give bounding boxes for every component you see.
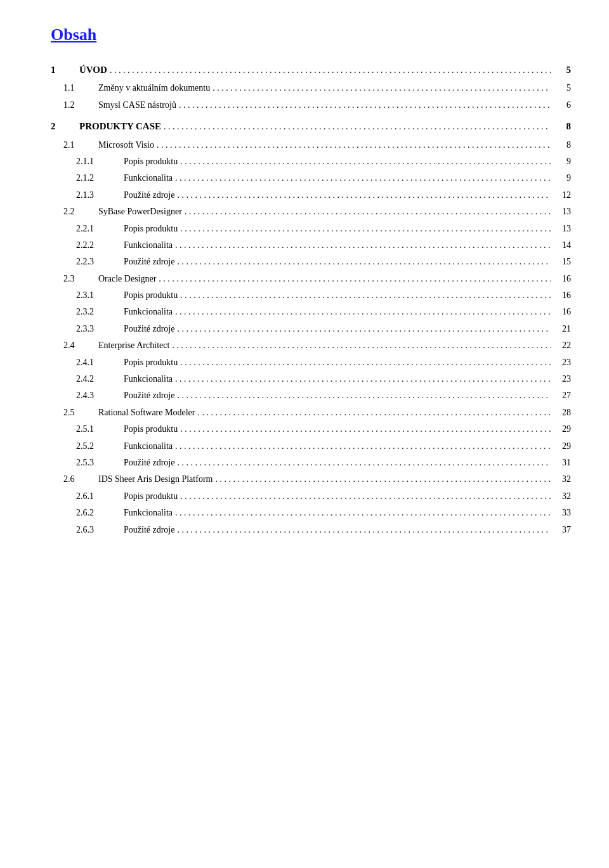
toc-page: 8 xyxy=(553,119,571,134)
toc-dots: . . . . . . . . . . . . . . . . . . . . … xyxy=(177,255,551,269)
toc-page: 32 xyxy=(553,489,571,503)
toc-page: 9 xyxy=(553,171,571,185)
toc-label: Funkcionalita xyxy=(124,171,173,185)
toc-entry-e4: 2PRODUKTY CASE . . . . . . . . . . . . .… xyxy=(51,119,571,134)
toc-dots: . . . . . . . . . . . . . . . . . . . . … xyxy=(172,339,551,353)
toc-number: 2.3 xyxy=(63,272,98,286)
toc-number: 2.2.1 xyxy=(76,222,124,236)
toc-entry-e22: 2.5.1Popis produktu . . . . . . . . . . … xyxy=(51,422,571,436)
toc-page: 27 xyxy=(553,389,571,403)
toc-number: 2.2.2 xyxy=(76,238,124,252)
toc-entry-e27: 2.6.2Funkcionalita . . . . . . . . . . .… xyxy=(51,506,571,520)
toc-label: Enterprise Architect xyxy=(98,339,169,353)
toc-page: 29 xyxy=(553,422,571,436)
toc-number: 2 xyxy=(51,119,79,134)
toc-dots: . . . . . . . . . . . . . . . . . . . . … xyxy=(197,406,551,420)
toc-page: 13 xyxy=(553,205,571,219)
toc-number: 1.2 xyxy=(63,98,98,112)
toc-dots: . . . . . . . . . . . . . . . . . . . . … xyxy=(157,138,551,152)
toc-page: 15 xyxy=(553,255,571,269)
toc-dots: . . . . . . . . . . . . . . . . . . . . … xyxy=(180,422,551,436)
toc-entry-e1: 1ÚVOD . . . . . . . . . . . . . . . . . … xyxy=(51,62,571,77)
toc-entry-e2: 1.1Změny v aktuálním dokumentu . . . . .… xyxy=(51,81,571,95)
toc-number: 2.4.3 xyxy=(76,389,124,403)
toc-label: Oracle Designer xyxy=(98,272,156,286)
toc-label: ÚVOD xyxy=(79,62,107,77)
toc-page: 33 xyxy=(553,506,571,520)
toc-page: 21 xyxy=(553,322,571,336)
toc-number: 2.6.3 xyxy=(76,523,124,537)
toc-dots: . . . . . . . . . . . . . . . . . . . . … xyxy=(213,81,551,95)
toc-label: Použité zdroje xyxy=(124,255,174,269)
toc-label: Smysl CASE nástrojů xyxy=(98,98,176,112)
toc-label: Popis produktu xyxy=(124,222,178,236)
toc-label: Změny v aktuálním dokumentu xyxy=(98,81,210,95)
toc-dots: . . . . . . . . . . . . . . . . . . . . … xyxy=(159,272,551,286)
toc-dots: . . . . . . . . . . . . . . . . . . . . … xyxy=(175,506,551,520)
toc-entry-e13: 2.3Oracle Designer . . . . . . . . . . .… xyxy=(51,272,571,286)
toc-page: 14 xyxy=(553,238,571,252)
toc-label: Použité zdroje xyxy=(124,389,174,403)
toc-page: 16 xyxy=(553,305,571,319)
toc-label: IDS Sheer Aris Design Platform xyxy=(98,472,213,486)
toc-entry-e8: 2.1.3Použité zdroje . . . . . . . . . . … xyxy=(51,188,571,202)
toc-entry-e23: 2.5.2Funkcionalita . . . . . . . . . . .… xyxy=(51,439,571,453)
toc-entry-e6: 2.1.1Popis produktu . . . . . . . . . . … xyxy=(51,155,571,169)
toc-entry-e11: 2.2.2Funkcionalita . . . . . . . . . . .… xyxy=(51,238,571,252)
toc-dots: . . . . . . . . . . . . . . . . . . . . … xyxy=(180,288,551,302)
toc-container: 1ÚVOD . . . . . . . . . . . . . . . . . … xyxy=(51,62,571,537)
toc-entry-e18: 2.4.1Popis produktu . . . . . . . . . . … xyxy=(51,356,571,370)
toc-number: 2.4 xyxy=(63,339,98,353)
toc-page: 23 xyxy=(553,356,571,370)
toc-dots: . . . . . . . . . . . . . . . . . . . . … xyxy=(180,356,551,370)
toc-page: 22 xyxy=(553,339,571,353)
toc-label: Použité zdroje xyxy=(124,322,174,336)
toc-label: SyBase PowerDesigner xyxy=(98,205,182,219)
toc-number: 2.5.1 xyxy=(76,422,124,436)
toc-page: 9 xyxy=(553,155,571,169)
toc-dots: . . . . . . . . . . . . . . . . . . . . … xyxy=(215,472,551,486)
toc-dots: . . . . . . . . . . . . . . . . . . . . … xyxy=(164,120,551,134)
toc-entry-e5: 2.1Microsoft Visio . . . . . . . . . . .… xyxy=(51,138,571,152)
toc-number: 2.6.1 xyxy=(76,489,124,503)
toc-dots: . . . . . . . . . . . . . . . . . . . . … xyxy=(177,389,551,403)
toc-entry-e17: 2.4Enterprise Architect . . . . . . . . … xyxy=(51,339,571,353)
toc-label: Popis produktu xyxy=(124,422,178,436)
toc-page: 5 xyxy=(553,62,571,77)
toc-label: Použité zdroje xyxy=(124,523,174,537)
toc-entry-e3: 1.2Smysl CASE nástrojů . . . . . . . . .… xyxy=(51,98,571,112)
toc-label: Popis produktu xyxy=(124,155,178,169)
toc-label: Popis produktu xyxy=(124,489,178,503)
toc-entry-e19: 2.4.2Funkcionalita . . . . . . . . . . .… xyxy=(51,372,571,386)
toc-page: 32 xyxy=(553,472,571,486)
toc-entry-e16: 2.3.3Použité zdroje . . . . . . . . . . … xyxy=(51,322,571,336)
toc-label: Funkcionalita xyxy=(124,372,173,386)
toc-number: 2.1.3 xyxy=(76,188,124,202)
toc-page: 13 xyxy=(553,222,571,236)
toc-label: Popis produktu xyxy=(124,288,178,302)
toc-entry-e20: 2.4.3Použité zdroje . . . . . . . . . . … xyxy=(51,389,571,403)
toc-entry-e25: 2.6IDS Sheer Aris Design Platform . . . … xyxy=(51,472,571,486)
toc-label: Popis produktu xyxy=(124,356,178,370)
toc-title: Obsah xyxy=(51,25,571,44)
toc-number: 2.5.2 xyxy=(76,439,124,453)
toc-label: Rational Software Modeler xyxy=(98,406,195,420)
toc-dots: . . . . . . . . . . . . . . . . . . . . … xyxy=(175,439,551,453)
toc-number: 2.4.2 xyxy=(76,372,124,386)
toc-entry-e28: 2.6.3Použité zdroje . . . . . . . . . . … xyxy=(51,523,571,537)
toc-page: 6 xyxy=(553,98,571,112)
toc-label: Funkcionalita xyxy=(124,238,173,252)
toc-dots: . . . . . . . . . . . . . . . . . . . . … xyxy=(175,372,551,386)
toc-page: 16 xyxy=(553,272,571,286)
toc-dots: . . . . . . . . . . . . . . . . . . . . … xyxy=(175,238,551,252)
toc-label: PRODUKTY CASE xyxy=(79,119,161,134)
toc-number: 2.1.2 xyxy=(76,171,124,185)
toc-entry-e12: 2.2.3Použité zdroje . . . . . . . . . . … xyxy=(51,255,571,269)
toc-dots: . . . . . . . . . . . . . . . . . . . . … xyxy=(177,456,551,470)
toc-dots: . . . . . . . . . . . . . . . . . . . . … xyxy=(175,171,551,185)
toc-dots: . . . . . . . . . . . . . . . . . . . . … xyxy=(175,305,551,319)
toc-label: Použité zdroje xyxy=(124,456,174,470)
toc-page: 31 xyxy=(553,456,571,470)
toc-page: 23 xyxy=(553,372,571,386)
toc-page: 16 xyxy=(553,288,571,302)
